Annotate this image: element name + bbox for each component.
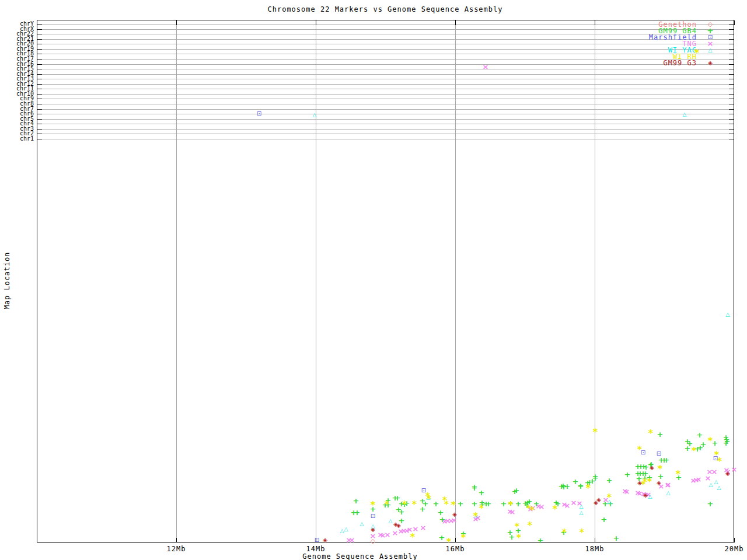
y-tick-left (37, 39, 42, 40)
y-tick-right (729, 139, 734, 139)
x-tick-top (316, 20, 316, 25)
y-tick-left (37, 74, 42, 75)
y-tick-left (37, 69, 42, 69)
y-tick-right (729, 29, 734, 30)
legend: Genethon◇GM99 GB4+Marshfield⊡TNG×WI YAC△… (649, 21, 724, 66)
y-tick-right (729, 109, 734, 110)
chart-canvas: Chromosome 22 Markers vs Genome Sequence… (0, 0, 747, 560)
x-tick-label: 14Mb (297, 545, 334, 553)
y-tick-left (37, 24, 42, 24)
y-tick-right (729, 44, 734, 44)
y-tick-right (729, 119, 734, 120)
x-tick-top (176, 20, 177, 25)
y-tick-right (729, 134, 734, 134)
y-tick-left (37, 29, 42, 30)
y-tick-right (729, 74, 734, 75)
chart-title: Chromosome 22 Markers vs Genome Sequence… (0, 5, 747, 13)
x-tick-top (455, 20, 456, 25)
y-row-label-chr1: chr1 (0, 136, 34, 142)
y-tick-right (729, 64, 734, 65)
x-tick-label: 20Mb (715, 545, 747, 553)
x-tick-bottom (316, 538, 316, 542)
y-tick-right (729, 59, 734, 60)
y-tick-right (729, 39, 734, 40)
y-tick-left (37, 134, 42, 134)
y-axis-label: Map Location (3, 246, 11, 316)
x-axis-label: Genome Sequence Assembly (0, 552, 720, 560)
plot-border (37, 20, 734, 542)
y-tick-left (37, 109, 42, 110)
x-tick-label: 18Mb (576, 545, 613, 553)
y-tick-left (37, 119, 42, 120)
y-tick-left (37, 99, 42, 99)
y-tick-right (729, 69, 734, 69)
y-tick-left (37, 139, 42, 139)
legend-row-gm99_g3: GM99 G3◈ (649, 60, 724, 66)
y-tick-right (729, 124, 734, 124)
y-tick-right (729, 34, 734, 34)
y-tick-right (729, 24, 734, 24)
y-tick-right (729, 104, 734, 104)
y-tick-right (729, 129, 734, 130)
y-tick-left (37, 124, 42, 124)
y-tick-left (37, 89, 42, 89)
legend-marker-gm99_g3-icon: ◈ (697, 60, 724, 66)
y-tick-left (37, 44, 42, 44)
legend-label-gm99_g3: GM99 G3 (663, 59, 697, 67)
y-tick-left (37, 79, 42, 79)
y-tick-left (37, 104, 42, 104)
x-tick-bottom (595, 538, 595, 542)
legend-marker-wi_rh-icon: * (683, 47, 710, 58)
y-tick-right (729, 99, 734, 99)
y-tick-left (37, 54, 42, 54)
y-tick-left (37, 34, 42, 34)
x-tick-top (734, 20, 735, 25)
y-tick-left (37, 84, 42, 85)
y-tick-left (37, 49, 42, 50)
y-tick-left (37, 64, 42, 65)
y-tick-right (729, 84, 734, 85)
x-tick-top (595, 20, 595, 25)
y-tick-right (729, 114, 734, 114)
x-tick-label: 12Mb (158, 545, 195, 553)
y-tick-right (729, 49, 734, 50)
y-tick-right (729, 79, 734, 79)
y-tick-right (729, 94, 734, 94)
x-tick-label: 16Mb (437, 545, 474, 553)
y-tick-left (37, 59, 42, 60)
x-tick-bottom (734, 538, 735, 542)
y-tick-right (729, 89, 734, 89)
y-tick-left (37, 94, 42, 94)
x-tick-bottom (176, 538, 177, 542)
x-tick-bottom (455, 538, 456, 542)
y-tick-left (37, 114, 42, 114)
y-tick-right (729, 54, 734, 54)
y-tick-left (37, 129, 42, 130)
